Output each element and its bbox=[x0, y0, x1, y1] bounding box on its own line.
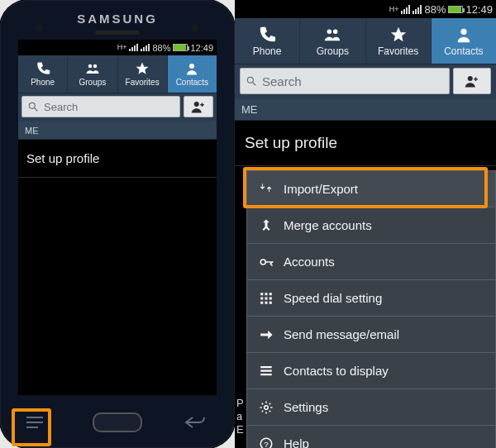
contacts-tabbar: Phone Groups Favorites Contacts bbox=[18, 55, 217, 93]
sensor-dot bbox=[192, 25, 198, 31]
menu-help[interactable]: ? Help bbox=[247, 426, 495, 448]
svg-point-11 bbox=[460, 28, 466, 34]
phone-screen: H+ 88% 12:49 Phone Groups bbox=[18, 40, 217, 395]
tab-phone[interactable]: Phone bbox=[235, 18, 300, 64]
help-icon: ? bbox=[259, 436, 274, 449]
search-input[interactable]: Search bbox=[21, 96, 180, 117]
svg-rect-24 bbox=[269, 301, 272, 303]
tab-label: Phone bbox=[31, 78, 55, 87]
earpiece bbox=[95, 31, 140, 35]
svg-point-2 bbox=[189, 64, 194, 69]
menu-label: Settings bbox=[284, 400, 328, 414]
svg-point-12 bbox=[247, 77, 253, 83]
highlight-menu-softkey bbox=[12, 408, 51, 446]
groups-icon bbox=[85, 61, 100, 76]
tab-favorites[interactable]: Favorites bbox=[118, 55, 168, 93]
person-icon bbox=[184, 61, 199, 76]
svg-point-14 bbox=[468, 76, 473, 81]
network-type: H+ bbox=[389, 6, 399, 13]
star-icon bbox=[135, 61, 150, 76]
add-contact-button[interactable] bbox=[453, 68, 491, 94]
tab-phone[interactable]: Phone bbox=[18, 55, 68, 93]
back-softkey[interactable] bbox=[180, 407, 210, 437]
phone-icon bbox=[258, 26, 276, 44]
menu-label: Import/Export bbox=[284, 182, 358, 196]
search-icon bbox=[27, 101, 39, 112]
svg-rect-19 bbox=[260, 297, 263, 299]
svg-rect-27 bbox=[260, 374, 272, 375]
svg-point-5 bbox=[194, 102, 199, 107]
dialpad-icon bbox=[259, 291, 274, 306]
truncated-text-left-edge: P a E bbox=[236, 397, 244, 436]
menu-label: Accounts bbox=[284, 255, 335, 269]
signal-icon bbox=[129, 44, 138, 51]
svg-rect-17 bbox=[265, 293, 268, 295]
search-row: Search bbox=[235, 64, 496, 99]
search-placeholder: Search bbox=[262, 74, 302, 88]
svg-point-1 bbox=[93, 64, 98, 69]
merge-icon bbox=[259, 218, 274, 233]
clock: 12:49 bbox=[465, 3, 493, 16]
tab-groups[interactable]: Groups bbox=[68, 55, 117, 93]
svg-line-13 bbox=[253, 83, 256, 86]
menu-label: Speed dial setting bbox=[284, 291, 382, 305]
svg-point-0 bbox=[88, 64, 93, 69]
back-icon bbox=[184, 415, 206, 430]
svg-rect-22 bbox=[260, 301, 263, 303]
setup-profile-row[interactable]: Set up profile bbox=[18, 140, 217, 178]
device-brand: SAMSUNG bbox=[77, 12, 158, 26]
menu-merge-accounts[interactable]: Merge accounts bbox=[247, 207, 495, 244]
tab-contacts[interactable]: Contacts bbox=[432, 18, 496, 64]
context-menu: Import/Export Merge accounts Accounts Sp… bbox=[246, 170, 496, 448]
contacts-tabbar: Phone Groups Favorites Contacts bbox=[235, 18, 496, 64]
menu-speed-dial[interactable]: Speed dial setting bbox=[247, 280, 495, 317]
menu-label: Contacts to display bbox=[284, 364, 389, 378]
gear-icon bbox=[259, 400, 274, 415]
tab-favorites[interactable]: Favorites bbox=[366, 18, 432, 64]
section-header-me: ME bbox=[235, 99, 496, 121]
menu-accounts[interactable]: Accounts bbox=[247, 244, 495, 280]
setup-profile-row[interactable]: Set up profile bbox=[235, 121, 496, 166]
add-person-icon bbox=[191, 99, 206, 114]
svg-point-28 bbox=[265, 405, 269, 409]
tab-label: Contacts bbox=[444, 45, 483, 57]
svg-point-15 bbox=[260, 260, 265, 265]
battery-icon bbox=[448, 6, 463, 13]
svg-point-3 bbox=[29, 102, 35, 108]
front-camera bbox=[36, 25, 43, 31]
menu-send-message[interactable]: Send message/email bbox=[247, 317, 495, 353]
menu-contacts-display[interactable]: Contacts to display bbox=[247, 353, 495, 389]
tab-label: Phone bbox=[253, 45, 282, 57]
tab-label: Favorites bbox=[378, 45, 418, 57]
phone-device-frame: SAMSUNG H+ 88% 12:49 Phone bbox=[0, 0, 235, 448]
wifi-signal-icon bbox=[413, 5, 422, 14]
key-icon bbox=[259, 255, 274, 269]
menu-label: Send message/email bbox=[284, 327, 399, 341]
arrow-right-icon bbox=[259, 327, 274, 342]
menu-label: Help bbox=[284, 436, 309, 448]
clock: 12:49 bbox=[190, 43, 213, 53]
svg-rect-26 bbox=[260, 369, 272, 371]
battery-pct: 88% bbox=[152, 43, 170, 53]
menu-settings[interactable]: Settings bbox=[247, 389, 495, 426]
search-icon bbox=[246, 75, 257, 87]
tab-contacts[interactable]: Contacts bbox=[168, 55, 217, 93]
status-bar: H+ 88% 12:49 bbox=[18, 40, 217, 55]
phone-icon bbox=[36, 61, 50, 76]
svg-text:?: ? bbox=[264, 439, 269, 448]
menu-import-export[interactable]: Import/Export bbox=[247, 171, 495, 207]
search-input[interactable]: Search bbox=[240, 68, 450, 94]
tab-label: Favorites bbox=[126, 78, 160, 87]
tab-groups[interactable]: Groups bbox=[300, 18, 365, 64]
svg-point-9 bbox=[327, 29, 332, 34]
search-placeholder: Search bbox=[44, 101, 78, 113]
home-button[interactable] bbox=[93, 412, 142, 432]
star-icon bbox=[389, 26, 408, 44]
person-icon bbox=[455, 26, 473, 44]
status-bar: H+ 88% 12:49 bbox=[235, 0, 496, 18]
add-contact-button[interactable] bbox=[184, 96, 213, 117]
wifi-signal-icon bbox=[141, 44, 150, 51]
svg-rect-18 bbox=[269, 293, 272, 295]
list-icon bbox=[259, 364, 274, 379]
tab-label: Contacts bbox=[176, 78, 208, 87]
